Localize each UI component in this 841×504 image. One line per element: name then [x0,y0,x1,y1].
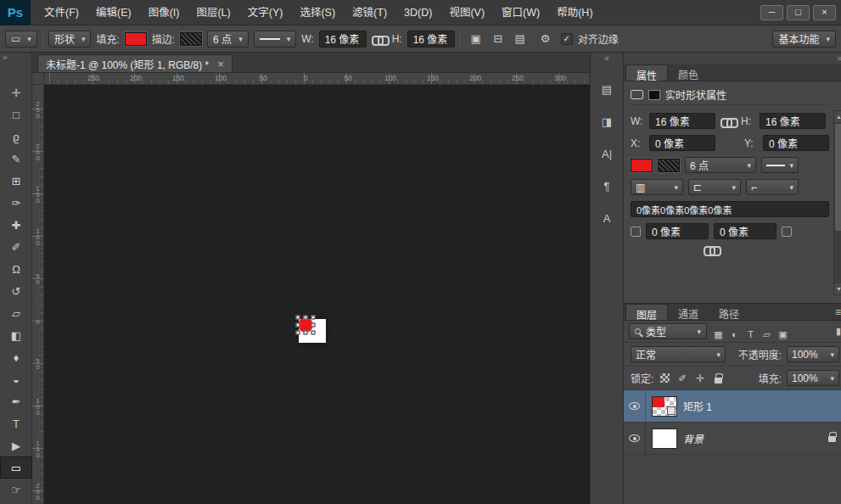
transform-handle[interactable] [311,331,316,335]
canvas-area[interactable]: 25020015010050050100150200250300 2502001… [32,73,590,504]
transform-handle[interactable] [304,331,308,335]
lasso-tool[interactable]: ϱ [0,126,32,148]
menu-item-3[interactable]: 图像(I) [140,0,188,25]
properties-scrollbar[interactable]: ▲ ▼ [833,110,841,295]
path-operations-icon[interactable]: ▣ [466,31,486,48]
tab-layers[interactable]: 图层 [625,304,668,320]
stroke-width-select[interactable]: 6 点 [207,31,249,48]
path-alignment-icon[interactable]: ⊟ [488,31,508,48]
eyedropper-tool[interactable]: ✑ [0,192,32,214]
filter-type-layers-icon[interactable]: T [743,327,759,342]
history-brush-tool[interactable]: ↺ [0,280,32,302]
menu-item-8[interactable]: 3D(D) [395,0,440,25]
visibility-toggle[interactable] [624,390,646,422]
corner-link-right-icon[interactable] [782,227,792,237]
tab-color[interactable]: 颜色 [668,64,709,81]
scroll-down-icon[interactable]: ▼ [834,283,841,294]
filter-adjustment-layers-icon[interactable]: ◐ [726,327,743,342]
menu-item-1[interactable]: 文件(F) [36,0,87,25]
blur-tool[interactable]: ♦ [0,346,32,368]
menu-item-2[interactable]: 编辑(E) [87,0,140,25]
tab-paths[interactable]: 路径 [709,304,749,320]
tab-properties[interactable]: 属性 [625,64,668,81]
healing-brush-tool[interactable]: ✚ [0,214,32,236]
filter-pixel-layers-icon[interactable]: ▦ [710,327,726,342]
stroke-color-swatch[interactable] [658,159,680,172]
type-tool[interactable]: T [0,412,32,434]
expand-panels-icon[interactable]: « [591,53,623,64]
link-dimensions-icon[interactable] [720,117,736,126]
stroke-width-select[interactable]: 6 点 [685,157,756,173]
minimize-button[interactable]: ─ [760,5,783,20]
transform-handle[interactable] [304,316,308,320]
rectangle-tool[interactable]: ▭ [0,456,32,479]
scroll-up-icon[interactable]: ▲ [834,111,841,122]
transform-handle[interactable] [311,323,316,328]
collapse-panels-icon[interactable]: » [837,54,841,63]
tab-channels[interactable]: 通道 [668,304,709,320]
tool-mode-select[interactable]: 形状 [48,31,92,48]
menu-item-5[interactable]: 文字(Y) [239,0,292,25]
visibility-toggle[interactable] [624,423,646,454]
stroke-corner-select[interactable]: ⌐ [746,179,799,195]
workspace-select[interactable]: 基本功能 [772,31,836,48]
menu-item-10[interactable]: 窗口(W) [493,0,548,25]
transform-handle[interactable] [296,331,300,335]
gear-icon[interactable]: ⚙ [535,31,556,48]
shape-width-field[interactable]: 16 像素 [649,113,715,129]
layers-panel-menu-icon[interactable]: ≡ [835,306,841,318]
menu-item-4[interactable]: 图层(L) [188,0,238,25]
tool-preset-picker[interactable]: ▭ [5,31,37,48]
corner-radius-summary-field[interactable]: 0像素0像素0像素0像素 [631,201,829,217]
quick-selection-tool[interactable]: ✎ [0,148,32,170]
paragraph-panel-icon[interactable]: ¶ [596,176,618,195]
adjustments-panel-icon[interactable]: ▤ [596,80,618,98]
shape-x-field[interactable]: 0 像素 [649,135,715,151]
corner-radius-left-field[interactable]: 0 像素 [646,223,709,239]
corner-link-left-icon[interactable] [631,227,641,237]
filter-shape-layers-icon[interactable]: ▱ [759,327,775,342]
pasteboard[interactable] [44,85,590,504]
crop-tool[interactable]: ⊞ [0,170,32,192]
stroke-align-select[interactable]: ▥ [631,179,683,195]
histogram-panel-icon[interactable]: ◨ [596,112,618,131]
shape-height-field[interactable]: 16 像素 [760,113,826,129]
shape-height-input[interactable]: 16 像素 [407,31,455,48]
layer-thumbnail[interactable] [652,428,677,449]
layer-row-2[interactable]: 背景 [624,423,841,455]
stroke-color-swatch[interactable] [180,32,202,46]
eraser-tool[interactable]: ▱ [0,302,32,324]
transform-handle[interactable] [296,323,300,328]
stroke-type-select[interactable] [254,31,297,48]
filter-smart-objects-icon[interactable]: ▣ [775,327,791,342]
opacity-select[interactable]: 100% [787,346,839,362]
menu-item-9[interactable]: 视图(V) [440,0,493,25]
shape-y-field[interactable]: 0 像素 [763,135,829,151]
dodge-tool[interactable]: ◒ [0,368,32,390]
stroke-type-select[interactable] [761,157,799,173]
scrollbar-thumb[interactable] [835,124,841,231]
menu-item-7[interactable]: 滤镜(T) [344,0,395,25]
menu-item-11[interactable]: 帮助(H) [548,0,601,25]
document-canvas[interactable] [299,319,326,343]
transform-handle[interactable] [311,316,316,320]
shape-width-input[interactable]: 16 像素 [319,31,367,48]
document-tab[interactable]: 未标题-1 @ 100% (矩形 1, RGB/8) * × [37,54,233,72]
hand-tool[interactable]: ☞ [0,479,32,501]
lock-position-icon[interactable]: ✛ [694,372,706,385]
character-panel-icon[interactable]: A| [596,144,618,163]
brush-tool[interactable]: ✐ [0,236,32,258]
close-button[interactable]: × [813,5,836,20]
restore-button[interactable]: □ [787,5,810,20]
lock-all-icon[interactable] [712,372,724,385]
fill-color-swatch[interactable] [631,159,653,172]
pen-tool[interactable]: ✒ [0,390,32,412]
corner-radius-right-field[interactable]: 0 像素 [714,223,777,239]
fill-color-swatch[interactable] [125,32,147,46]
rectangular-marquee-tool[interactable]: □ [0,104,32,126]
layer-filter-select[interactable]: 类型 [629,323,707,339]
clone-stamp-tool[interactable]: Ω [0,258,32,280]
path-arrangement-icon[interactable]: ▤ [510,31,530,48]
lock-pixels-icon[interactable]: ✐ [676,372,688,385]
layer-fill-select[interactable]: 100% [787,370,839,386]
